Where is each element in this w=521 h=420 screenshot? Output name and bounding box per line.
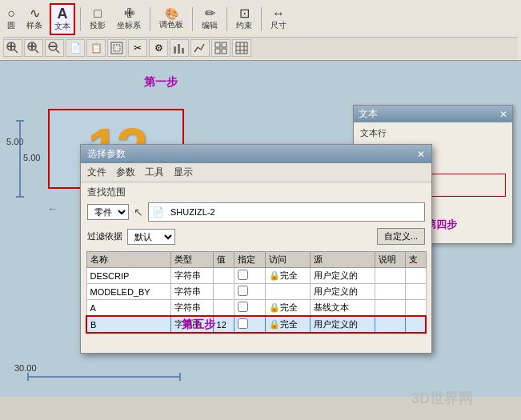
row2-extra: [406, 284, 426, 300]
circle-label: 圆: [7, 20, 15, 31]
svg-rect-16: [215, 42, 220, 47]
spline-label: 样条: [26, 20, 42, 31]
toolbar-item-constraint[interactable]: ⊡ 约束: [232, 5, 256, 34]
sp-menu-param[interactable]: 参数: [116, 166, 135, 179]
btn-zoom-in[interactable]: [24, 39, 43, 57]
row1-note: [375, 268, 406, 284]
table-row[interactable]: DESCRIP 字符串 🔒完全 用户定义的: [86, 268, 426, 284]
sp-menu-tools[interactable]: 工具: [145, 166, 164, 179]
btn-cut[interactable]: ✂: [128, 39, 147, 57]
row3-access: 🔒完全: [266, 300, 311, 317]
projection-label: 投影: [90, 20, 106, 31]
toolbar-item-spline[interactable]: ∿ 样条: [22, 5, 46, 34]
toolbar-item-text[interactable]: A 文本: [50, 3, 75, 35]
col-specified: 指定: [234, 252, 266, 268]
row1-specified: [234, 268, 266, 284]
row3-checkbox[interactable]: [238, 302, 248, 312]
table-row[interactable]: A 字符串 🔒完全 基线文本: [86, 300, 426, 317]
svg-rect-11: [111, 42, 122, 54]
coordinate-label: 坐标系: [117, 20, 141, 31]
dimension-icon: ↔: [272, 7, 285, 20]
param-table-container: 名称 类型 值 指定 访问 源 说明 支 DESCRIP 字符串 🔒完全: [81, 251, 431, 353]
toolbar-item-edit[interactable]: ✏ 编辑: [198, 5, 222, 34]
sp-title: 选择参数: [87, 147, 126, 161]
toolbar: ○ 圆 ∿ 样条 A 文本 □ 投影 ✙ 坐标系 🎨 调色板: [0, 0, 521, 61]
sp-filter-label: 过滤依据: [87, 230, 122, 242]
row1-type: 字符串: [170, 268, 213, 284]
row1-checkbox[interactable]: [238, 270, 248, 280]
cursor-icon: ↖: [134, 206, 143, 218]
lock-icon3: 🔒: [269, 302, 280, 312]
row2-value: [213, 284, 234, 300]
toolbar-item-palette[interactable]: 🎨 调色板: [155, 6, 187, 33]
btn-zoom-out[interactable]: [45, 39, 64, 57]
sp-menu-file[interactable]: 文件: [87, 166, 106, 179]
lock-icon1: 🔒: [269, 270, 280, 280]
svg-rect-18: [215, 49, 220, 54]
row3-extra: [406, 300, 426, 317]
toolbar-item-projection[interactable]: □ 投影: [86, 5, 110, 34]
svg-rect-2: [10, 43, 12, 50]
divider5: [261, 7, 262, 31]
row3-source: 基线文本: [311, 300, 375, 317]
svg-rect-12: [114, 45, 120, 51]
step1-annotation: 第一步: [144, 75, 178, 90]
col-value: 值: [213, 252, 234, 268]
toolbar-item-circle[interactable]: ○ 圆: [3, 5, 19, 34]
row1-name: DESCRIP: [86, 268, 170, 284]
btn-zoom-fit[interactable]: [3, 39, 22, 57]
col-note: 说明: [375, 252, 406, 268]
btn-grid1[interactable]: [211, 39, 230, 57]
svg-rect-17: [222, 42, 226, 47]
sp-close[interactable]: ✕: [417, 149, 425, 160]
text-dialog-title-bar: 文本 ✕: [354, 106, 512, 122]
btn-chart[interactable]: [170, 39, 189, 57]
toolbar-row1: ○ 圆 ∿ 样条 A 文本 □ 投影 ✙ 坐标系 🎨 调色板: [3, 2, 518, 37]
circle-icon: ○: [7, 7, 15, 20]
svg-rect-6: [31, 43, 33, 50]
svg-rect-19: [222, 49, 226, 54]
svg-rect-15: [182, 48, 184, 54]
file-icon: 📄: [152, 206, 164, 218]
sp-search-input[interactable]: [167, 204, 421, 220]
btn-copy[interactable]: 📋: [86, 39, 106, 57]
toolbar-item-coordinate[interactable]: ✙ 坐标系: [113, 5, 145, 34]
sp-depend-select[interactable]: 默认: [127, 229, 175, 245]
text-dialog-close[interactable]: ✕: [499, 109, 507, 120]
row2-type: 字符串: [170, 284, 213, 300]
palette-label: 调色板: [159, 19, 183, 30]
constraint-label: 约束: [236, 20, 252, 31]
btn-grid2[interactable]: [232, 39, 251, 57]
divider1: [80, 7, 81, 31]
sp-custom-button[interactable]: 自定义...: [377, 228, 425, 245]
btn-graph[interactable]: [190, 39, 210, 57]
row2-checkbox[interactable]: [238, 286, 248, 296]
col-extra: 支: [406, 252, 426, 268]
dim-line-horizontal: [24, 365, 184, 389]
btn-settings[interactable]: ⚙: [149, 39, 168, 57]
btn-page[interactable]: 📄: [66, 39, 85, 57]
sp-title-bar: 选择参数 ✕: [81, 145, 431, 163]
row4-name: B: [86, 316, 170, 333]
edit-icon: ✏: [205, 7, 215, 20]
row2-access: [266, 284, 311, 300]
row1-access: 🔒完全: [266, 268, 311, 284]
btn-sketch[interactable]: [107, 39, 126, 57]
divider3: [192, 7, 193, 31]
table-row[interactable]: MODELED_BY 字符串 用户定义的: [86, 284, 426, 300]
row3-specified: [234, 300, 266, 317]
watermark: 3D世界网: [411, 389, 473, 408]
sp-part-select[interactable]: 零件: [87, 204, 129, 220]
sp-search-label: 查找范围: [87, 186, 425, 199]
palette-icon: 🎨: [165, 8, 178, 19]
row3-type: 字符串: [170, 300, 213, 317]
svg-line-7: [35, 50, 38, 53]
sp-menu-display[interactable]: 显示: [174, 166, 193, 179]
svg-line-10: [56, 50, 59, 53]
toolbar-item-dimension[interactable]: ↔ 尺寸: [267, 5, 291, 34]
edit-label: 编辑: [202, 20, 218, 31]
col-type: 类型: [170, 252, 213, 268]
dimension-label: 尺寸: [271, 20, 287, 31]
row2-note: [375, 284, 406, 300]
svg-rect-13: [174, 46, 176, 54]
